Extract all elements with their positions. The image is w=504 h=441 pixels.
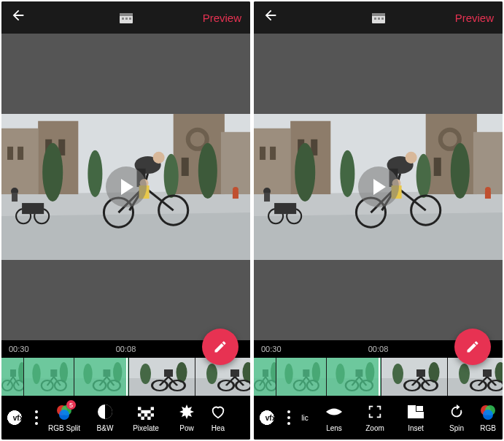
- video-preview: [254, 34, 503, 340]
- effect-bw[interactable]: B&W: [85, 396, 125, 440]
- svg-rect-55: [151, 413, 154, 416]
- svg-point-48: [59, 410, 69, 420]
- position-label: 00:08: [116, 345, 136, 353]
- effect-pixelate[interactable]: Pixelate: [125, 396, 166, 440]
- video-preview: [1, 34, 250, 340]
- effects-toolbar: vfx lic Lens Zoom: [254, 396, 503, 440]
- effect-heart-partial[interactable]: Hea: [207, 396, 229, 440]
- badge: 5: [66, 400, 76, 410]
- pixelate-icon: [137, 403, 155, 421]
- project-icon[interactable]: [371, 10, 387, 25]
- pencil-icon: [465, 340, 480, 354]
- playhead[interactable]: [379, 358, 380, 396]
- more-icon[interactable]: [287, 410, 290, 425]
- inset-icon: [407, 403, 424, 421]
- effect-lens[interactable]: Lens: [314, 396, 354, 440]
- svg-rect-54: [144, 413, 147, 416]
- svg-rect-60: [416, 406, 423, 411]
- preview-button[interactable]: Preview: [203, 12, 241, 24]
- bw-icon: [96, 403, 114, 421]
- more-icon[interactable]: [35, 410, 38, 425]
- pow-icon: [178, 403, 195, 421]
- play-button[interactable]: [106, 166, 147, 207]
- project-icon[interactable]: [118, 10, 134, 25]
- vfx-menu-button[interactable]: vfx: [6, 405, 31, 430]
- effects-toolbar: vfx RGB Split 5 B&W: [1, 396, 250, 440]
- play-button[interactable]: [358, 166, 399, 207]
- svg-rect-52: [141, 410, 150, 413]
- effect-zoom[interactable]: Zoom: [354, 396, 395, 440]
- zoom-icon: [366, 403, 384, 421]
- edit-fab[interactable]: [454, 329, 491, 365]
- editor-screen-left: Preview 00:30 00:08 vfx: [1, 1, 250, 440]
- playhead[interactable]: [126, 358, 128, 396]
- lens-icon: [325, 403, 343, 421]
- top-bar: Preview: [1, 1, 250, 34]
- effect-rgb-split[interactable]: RGB Split 5: [44, 396, 85, 440]
- position-label: 00:08: [368, 345, 389, 353]
- svg-rect-50: [138, 407, 141, 410]
- effect-rgb-partial[interactable]: RGB: [477, 396, 499, 440]
- play-icon: [121, 179, 133, 195]
- edit-fab[interactable]: [202, 329, 239, 365]
- effect-pow[interactable]: Pow: [166, 396, 207, 440]
- back-button[interactable]: [10, 7, 26, 28]
- pencil-icon: [213, 340, 228, 354]
- top-bar: Preview: [254, 1, 503, 34]
- svg-rect-53: [138, 413, 141, 416]
- vfx-menu-button[interactable]: vfx: [258, 405, 283, 430]
- editor-screen-right: Preview 00:30 00:08 vfx: [254, 1, 503, 440]
- rgb-icon: [479, 403, 497, 421]
- effect-inset[interactable]: Inset: [395, 396, 436, 440]
- svg-point-63: [483, 410, 493, 420]
- svg-rect-57: [147, 417, 150, 420]
- back-button[interactable]: [263, 7, 279, 28]
- svg-rect-51: [151, 407, 154, 410]
- heart-icon: [209, 403, 227, 421]
- effect-spin[interactable]: Spin: [436, 396, 477, 440]
- duration-label: 00:30: [9, 345, 29, 353]
- preview-button[interactable]: Preview: [455, 12, 494, 24]
- spin-icon: [448, 403, 465, 421]
- svg-rect-56: [141, 417, 144, 420]
- play-icon: [373, 179, 386, 195]
- effect-lic-partial[interactable]: lic: [296, 396, 314, 440]
- duration-label: 00:30: [261, 345, 282, 353]
